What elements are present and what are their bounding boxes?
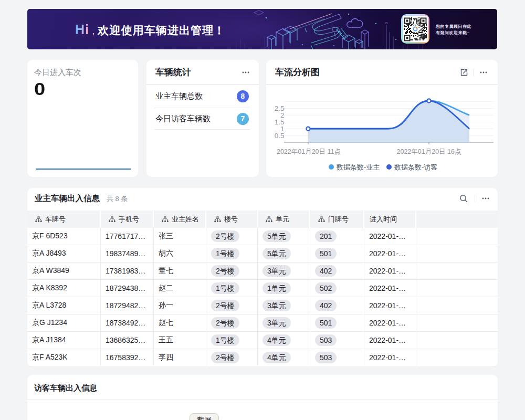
svg-text:数据条数-业主: 数据条数-业主 xyxy=(336,163,380,171)
svg-text:2: 2 xyxy=(280,111,285,119)
svg-text:2022年01月20日 11点: 2022年01月20日 11点 xyxy=(277,148,341,155)
svg-text:2.5: 2.5 xyxy=(275,104,285,112)
svg-text:2022年01月20日 16点: 2022年01月20日 16点 xyxy=(397,148,461,155)
svg-text:数据条数-访客: 数据条数-访客 xyxy=(394,163,437,171)
svg-text:1.5: 1.5 xyxy=(275,118,285,126)
svg-text:1: 1 xyxy=(280,125,285,133)
svg-text:0.5: 0.5 xyxy=(275,132,285,140)
